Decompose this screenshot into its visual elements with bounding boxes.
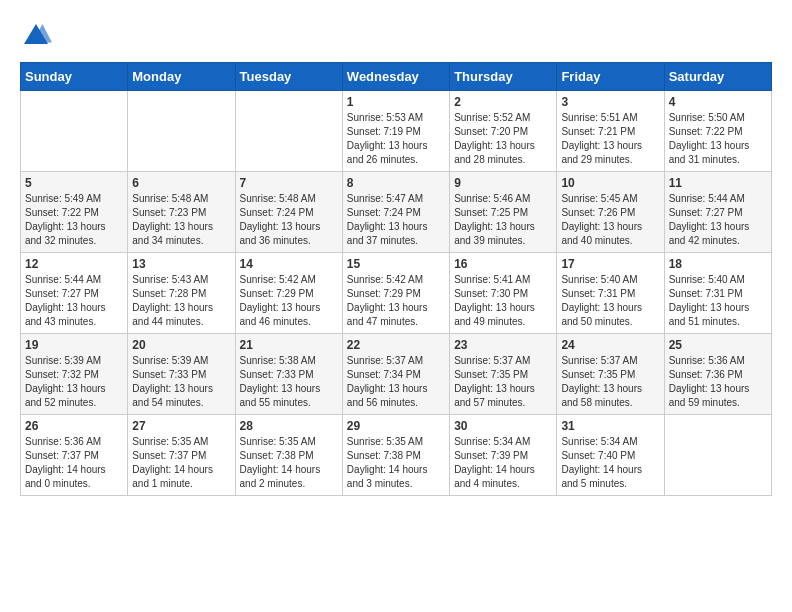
calendar-cell: 22Sunrise: 5:37 AM Sunset: 7:34 PM Dayli… (342, 334, 449, 415)
day-number: 5 (25, 176, 123, 190)
calendar-week-1: 1Sunrise: 5:53 AM Sunset: 7:19 PM Daylig… (21, 91, 772, 172)
day-info: Sunrise: 5:37 AM Sunset: 7:34 PM Dayligh… (347, 354, 445, 410)
day-number: 15 (347, 257, 445, 271)
day-info: Sunrise: 5:34 AM Sunset: 7:40 PM Dayligh… (561, 435, 659, 491)
calendar-header-row: SundayMondayTuesdayWednesdayThursdayFrid… (21, 63, 772, 91)
calendar-cell: 26Sunrise: 5:36 AM Sunset: 7:37 PM Dayli… (21, 415, 128, 496)
day-number: 8 (347, 176, 445, 190)
day-info: Sunrise: 5:35 AM Sunset: 7:37 PM Dayligh… (132, 435, 230, 491)
day-number: 1 (347, 95, 445, 109)
day-number: 6 (132, 176, 230, 190)
calendar-cell: 31Sunrise: 5:34 AM Sunset: 7:40 PM Dayli… (557, 415, 664, 496)
day-number: 23 (454, 338, 552, 352)
calendar-cell: 14Sunrise: 5:42 AM Sunset: 7:29 PM Dayli… (235, 253, 342, 334)
day-number: 25 (669, 338, 767, 352)
calendar-cell (128, 91, 235, 172)
calendar-cell: 20Sunrise: 5:39 AM Sunset: 7:33 PM Dayli… (128, 334, 235, 415)
day-number: 28 (240, 419, 338, 433)
day-number: 13 (132, 257, 230, 271)
calendar-cell: 29Sunrise: 5:35 AM Sunset: 7:38 PM Dayli… (342, 415, 449, 496)
calendar-cell: 4Sunrise: 5:50 AM Sunset: 7:22 PM Daylig… (664, 91, 771, 172)
day-number: 11 (669, 176, 767, 190)
calendar-cell: 8Sunrise: 5:47 AM Sunset: 7:24 PM Daylig… (342, 172, 449, 253)
day-number: 16 (454, 257, 552, 271)
day-number: 19 (25, 338, 123, 352)
day-info: Sunrise: 5:42 AM Sunset: 7:29 PM Dayligh… (240, 273, 338, 329)
calendar-cell: 30Sunrise: 5:34 AM Sunset: 7:39 PM Dayli… (450, 415, 557, 496)
calendar-cell: 18Sunrise: 5:40 AM Sunset: 7:31 PM Dayli… (664, 253, 771, 334)
calendar-cell (21, 91, 128, 172)
calendar-cell: 28Sunrise: 5:35 AM Sunset: 7:38 PM Dayli… (235, 415, 342, 496)
day-info: Sunrise: 5:34 AM Sunset: 7:39 PM Dayligh… (454, 435, 552, 491)
day-number: 24 (561, 338, 659, 352)
logo (20, 20, 56, 52)
day-number: 21 (240, 338, 338, 352)
day-info: Sunrise: 5:44 AM Sunset: 7:27 PM Dayligh… (25, 273, 123, 329)
day-info: Sunrise: 5:43 AM Sunset: 7:28 PM Dayligh… (132, 273, 230, 329)
calendar-cell: 2Sunrise: 5:52 AM Sunset: 7:20 PM Daylig… (450, 91, 557, 172)
calendar-week-4: 19Sunrise: 5:39 AM Sunset: 7:32 PM Dayli… (21, 334, 772, 415)
day-number: 10 (561, 176, 659, 190)
calendar-cell: 11Sunrise: 5:44 AM Sunset: 7:27 PM Dayli… (664, 172, 771, 253)
day-number: 2 (454, 95, 552, 109)
calendar-cell: 21Sunrise: 5:38 AM Sunset: 7:33 PM Dayli… (235, 334, 342, 415)
header-thursday: Thursday (450, 63, 557, 91)
day-number: 18 (669, 257, 767, 271)
day-info: Sunrise: 5:38 AM Sunset: 7:33 PM Dayligh… (240, 354, 338, 410)
calendar-cell: 16Sunrise: 5:41 AM Sunset: 7:30 PM Dayli… (450, 253, 557, 334)
calendar-cell: 25Sunrise: 5:36 AM Sunset: 7:36 PM Dayli… (664, 334, 771, 415)
day-number: 3 (561, 95, 659, 109)
day-info: Sunrise: 5:37 AM Sunset: 7:35 PM Dayligh… (454, 354, 552, 410)
calendar-cell: 6Sunrise: 5:48 AM Sunset: 7:23 PM Daylig… (128, 172, 235, 253)
header-sunday: Sunday (21, 63, 128, 91)
day-info: Sunrise: 5:48 AM Sunset: 7:24 PM Dayligh… (240, 192, 338, 248)
day-info: Sunrise: 5:35 AM Sunset: 7:38 PM Dayligh… (347, 435, 445, 491)
calendar-week-2: 5Sunrise: 5:49 AM Sunset: 7:22 PM Daylig… (21, 172, 772, 253)
day-number: 31 (561, 419, 659, 433)
calendar-cell: 17Sunrise: 5:40 AM Sunset: 7:31 PM Dayli… (557, 253, 664, 334)
day-info: Sunrise: 5:40 AM Sunset: 7:31 PM Dayligh… (669, 273, 767, 329)
calendar-cell: 19Sunrise: 5:39 AM Sunset: 7:32 PM Dayli… (21, 334, 128, 415)
day-info: Sunrise: 5:40 AM Sunset: 7:31 PM Dayligh… (561, 273, 659, 329)
day-info: Sunrise: 5:53 AM Sunset: 7:19 PM Dayligh… (347, 111, 445, 167)
day-info: Sunrise: 5:35 AM Sunset: 7:38 PM Dayligh… (240, 435, 338, 491)
day-number: 4 (669, 95, 767, 109)
day-number: 14 (240, 257, 338, 271)
calendar-week-3: 12Sunrise: 5:44 AM Sunset: 7:27 PM Dayli… (21, 253, 772, 334)
day-info: Sunrise: 5:52 AM Sunset: 7:20 PM Dayligh… (454, 111, 552, 167)
day-info: Sunrise: 5:45 AM Sunset: 7:26 PM Dayligh… (561, 192, 659, 248)
calendar-week-5: 26Sunrise: 5:36 AM Sunset: 7:37 PM Dayli… (21, 415, 772, 496)
day-info: Sunrise: 5:41 AM Sunset: 7:30 PM Dayligh… (454, 273, 552, 329)
day-number: 20 (132, 338, 230, 352)
day-info: Sunrise: 5:39 AM Sunset: 7:33 PM Dayligh… (132, 354, 230, 410)
calendar-cell: 24Sunrise: 5:37 AM Sunset: 7:35 PM Dayli… (557, 334, 664, 415)
day-info: Sunrise: 5:51 AM Sunset: 7:21 PM Dayligh… (561, 111, 659, 167)
day-number: 7 (240, 176, 338, 190)
day-info: Sunrise: 5:47 AM Sunset: 7:24 PM Dayligh… (347, 192, 445, 248)
calendar-cell (235, 91, 342, 172)
calendar-cell: 27Sunrise: 5:35 AM Sunset: 7:37 PM Dayli… (128, 415, 235, 496)
calendar-cell: 7Sunrise: 5:48 AM Sunset: 7:24 PM Daylig… (235, 172, 342, 253)
day-info: Sunrise: 5:37 AM Sunset: 7:35 PM Dayligh… (561, 354, 659, 410)
calendar-cell: 1Sunrise: 5:53 AM Sunset: 7:19 PM Daylig… (342, 91, 449, 172)
day-info: Sunrise: 5:36 AM Sunset: 7:37 PM Dayligh… (25, 435, 123, 491)
header-wednesday: Wednesday (342, 63, 449, 91)
day-number: 22 (347, 338, 445, 352)
calendar-cell: 13Sunrise: 5:43 AM Sunset: 7:28 PM Dayli… (128, 253, 235, 334)
day-info: Sunrise: 5:44 AM Sunset: 7:27 PM Dayligh… (669, 192, 767, 248)
calendar-cell: 12Sunrise: 5:44 AM Sunset: 7:27 PM Dayli… (21, 253, 128, 334)
day-info: Sunrise: 5:49 AM Sunset: 7:22 PM Dayligh… (25, 192, 123, 248)
calendar-table: SundayMondayTuesdayWednesdayThursdayFrid… (20, 62, 772, 496)
calendar-cell: 3Sunrise: 5:51 AM Sunset: 7:21 PM Daylig… (557, 91, 664, 172)
header-friday: Friday (557, 63, 664, 91)
day-info: Sunrise: 5:42 AM Sunset: 7:29 PM Dayligh… (347, 273, 445, 329)
page-header (20, 20, 772, 52)
day-info: Sunrise: 5:39 AM Sunset: 7:32 PM Dayligh… (25, 354, 123, 410)
logo-icon (20, 20, 52, 52)
calendar-cell: 5Sunrise: 5:49 AM Sunset: 7:22 PM Daylig… (21, 172, 128, 253)
calendar-cell: 23Sunrise: 5:37 AM Sunset: 7:35 PM Dayli… (450, 334, 557, 415)
day-number: 26 (25, 419, 123, 433)
calendar-cell: 10Sunrise: 5:45 AM Sunset: 7:26 PM Dayli… (557, 172, 664, 253)
day-info: Sunrise: 5:46 AM Sunset: 7:25 PM Dayligh… (454, 192, 552, 248)
header-monday: Monday (128, 63, 235, 91)
